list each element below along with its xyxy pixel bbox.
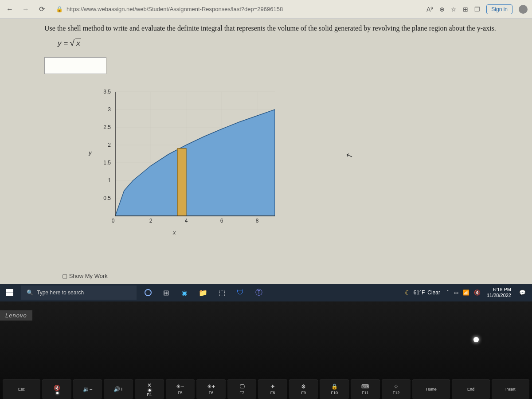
- equation: y = x: [58, 38, 523, 48]
- time-text: 6:18 PM: [487, 287, 511, 293]
- file-explorer-icon[interactable]: 📁: [195, 285, 211, 301]
- volume-mute-icon[interactable]: 🔇: [474, 289, 481, 296]
- browser-toolbar: ← → ⟳ 🔒 https://www.webassign.net/web/St…: [0, 0, 532, 19]
- key-F11[interactable]: ⌨F11: [351, 379, 380, 399]
- url-text: https://www.webassign.net/web/Student/As…: [66, 6, 283, 12]
- cortana-icon[interactable]: [145, 289, 152, 296]
- key-F7[interactable]: 🖵F7: [227, 379, 257, 399]
- zoom-icon[interactable]: ⊕: [439, 6, 445, 13]
- lenovo-badge: Lenovo: [0, 310, 32, 321]
- key-Esc[interactable]: Esc: [3, 379, 40, 399]
- address-bar[interactable]: 🔒 https://www.webassign.net/web/Student/…: [52, 4, 421, 14]
- store-icon[interactable]: ⬚: [214, 285, 230, 301]
- y-tick: 0.5: [103, 195, 111, 201]
- key-F6[interactable]: ☀+F6: [196, 379, 226, 399]
- search-placeholder: Type here to search: [37, 289, 84, 296]
- weather-widget[interactable]: ☾ 61°F Clear: [405, 289, 440, 297]
- date-text: 11/28/2022: [487, 293, 511, 298]
- security-icon[interactable]: 🛡: [232, 285, 248, 301]
- x-tick: 8: [256, 218, 259, 224]
- system-tray[interactable]: ˄ ▭ 📶 🔇: [446, 289, 481, 296]
- problem-statement: Use the shell method to write and evalua…: [44, 23, 523, 34]
- profile-icon[interactable]: [519, 5, 528, 14]
- weather-temp: 61°F: [414, 289, 425, 296]
- key-End[interactable]: End: [452, 379, 489, 399]
- search-icon: 🔍: [27, 289, 33, 296]
- read-aloud-icon[interactable]: A⁹: [426, 6, 433, 13]
- weather-icon: ☾: [405, 289, 411, 297]
- region-plot: y x: [98, 87, 275, 229]
- cursor-icon: ↖: [344, 150, 354, 161]
- extensions-icon[interactable]: ❐: [474, 6, 480, 13]
- collections-icon[interactable]: ⊞: [463, 6, 468, 13]
- keyboard-function-row: Esc🔇🔉−🔊+✕F4☀−F5☀+F6🖵F7✈F8⚙F9🔒F10⌨F11☆F12…: [0, 372, 532, 399]
- show-my-work-link[interactable]: ▢ Show My Work: [62, 273, 108, 279]
- windows-logo-icon: [6, 289, 13, 296]
- back-button[interactable]: ←: [4, 4, 15, 15]
- key-🔉−[interactable]: 🔉−: [73, 379, 102, 399]
- x-tick: 6: [220, 218, 223, 224]
- chevron-up-icon[interactable]: ˄: [446, 289, 449, 296]
- sqrt-icon: [70, 38, 74, 48]
- key-🔊+[interactable]: 🔊+: [104, 379, 133, 399]
- key-F9[interactable]: ⚙F9: [289, 379, 318, 399]
- chart-svg: 0 2 4 6 8 0.5 1 1.5 2 2.5 3 3.5: [98, 87, 275, 229]
- x-axis-label: x: [173, 229, 176, 236]
- key-Home[interactable]: Home: [412, 379, 450, 399]
- y-tick: 1: [108, 177, 111, 184]
- x-tick: 4: [185, 218, 188, 224]
- y-tick: 3.5: [103, 89, 111, 95]
- key-🔇[interactable]: 🔇: [42, 379, 71, 399]
- x-tick: 0: [112, 218, 115, 224]
- taskbar-search[interactable]: 🔍 Type here to search: [21, 286, 137, 300]
- y-tick: 1.5: [103, 160, 111, 166]
- y-tick: 2: [108, 142, 111, 148]
- teams-icon[interactable]: Ⓣ: [251, 285, 267, 301]
- key-F12[interactable]: ☆F12: [382, 379, 411, 399]
- key-F10[interactable]: 🔒F10: [320, 379, 349, 399]
- y-tick: 3: [108, 106, 111, 113]
- key-F8[interactable]: ✈F8: [258, 379, 287, 399]
- key-Insert[interactable]: Insert: [492, 379, 529, 399]
- y-tick: 2.5: [103, 124, 111, 130]
- wifi-icon[interactable]: 📶: [463, 289, 469, 296]
- radicand: x: [75, 39, 81, 48]
- windows-taskbar: 🔍 Type here to search ⊞ ◉ 📁 ⬚ 🛡 Ⓣ ☾ 61°F…: [0, 284, 532, 301]
- favorite-icon[interactable]: ☆: [451, 6, 457, 13]
- refresh-button[interactable]: ⟳: [36, 4, 47, 15]
- task-view-icon[interactable]: ⊞: [158, 285, 174, 301]
- lock-icon: 🔒: [56, 6, 63, 12]
- power-led: [473, 337, 479, 342]
- start-button[interactable]: [0, 284, 20, 301]
- key-F4[interactable]: ✕F4: [135, 379, 164, 399]
- laptop-body: Lenovo Esc🔇🔉−🔊+✕F4☀−F5☀+F6🖵F7✈F8⚙F9🔒F10⌨…: [0, 301, 532, 399]
- answer-input[interactable]: [44, 57, 106, 74]
- edge-icon[interactable]: ◉: [176, 285, 192, 301]
- x-tick: 2: [149, 218, 153, 224]
- y-axis-label: y: [89, 149, 92, 156]
- taskbar-clock[interactable]: 6:18 PM 11/28/2022: [487, 287, 511, 298]
- notifications-icon[interactable]: 💬: [516, 289, 528, 296]
- svg-rect-13: [177, 149, 186, 216]
- battery-icon[interactable]: ▭: [454, 289, 458, 296]
- key-F5[interactable]: ☀−F5: [166, 379, 195, 399]
- sign-in-button[interactable]: Sign in: [486, 4, 512, 14]
- forward-button[interactable]: →: [20, 4, 31, 15]
- equation-lhs: y =: [58, 39, 68, 48]
- weather-condition: Clear: [427, 289, 440, 296]
